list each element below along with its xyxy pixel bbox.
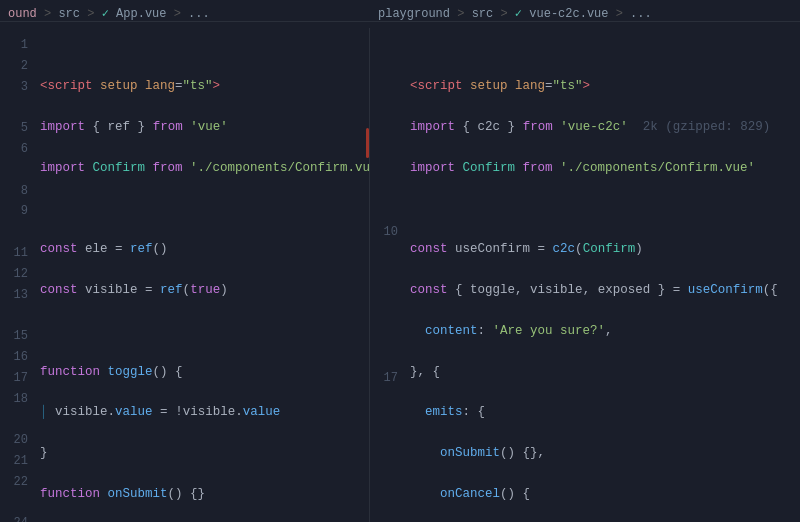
code-area: 1 2 3 5 6 8 9 11 12 13 15 16 17 [0,28,800,522]
right-line-numbers: 10 17 [370,28,406,522]
breadcrumb-left: ound > src > ✓ App.vue > ... [8,6,210,21]
breadcrumb-right: playground > src > ✓ vue-c2c.vue > ... [378,6,652,21]
left-pane: 1 2 3 5 6 8 9 11 12 13 15 16 17 [0,28,370,522]
tab-right: playground > src > ✓ vue-c2c.vue > ... [370,6,800,22]
tab-left: ound > src > ✓ App.vue > ... [0,6,370,22]
left-line-numbers: 1 2 3 5 6 8 9 11 12 13 15 16 17 [0,28,36,522]
editor-container: ound > src > ✓ App.vue > ... playground … [0,0,800,522]
left-code: <script setup lang="ts"> import { ref } … [36,28,369,522]
right-pane: 10 17 <script setup lang="ts"> import { … [370,28,800,522]
right-code: <script setup lang="ts"> import { c2c } … [406,28,800,522]
tab-bar: ound > src > ✓ App.vue > ... playground … [0,0,800,28]
